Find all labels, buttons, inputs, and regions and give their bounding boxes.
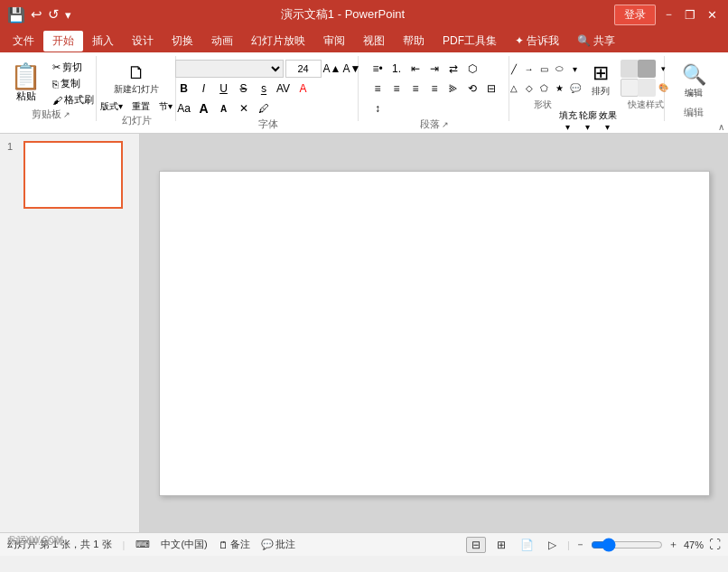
align-left-button[interactable]: ≡ — [369, 80, 387, 98]
underline-button[interactable]: U — [215, 80, 233, 98]
font-case-button[interactable]: Aa — [175, 99, 193, 117]
restore-button[interactable]: ❐ — [681, 5, 699, 23]
strikethrough-button[interactable]: S — [235, 80, 253, 98]
cut-button[interactable]: ✂剪切 — [49, 60, 98, 75]
font-size-a2-button[interactable]: A — [215, 99, 233, 117]
menu-view[interactable]: 视图 — [354, 31, 394, 52]
clipboard-group-label: 剪贴板 ↗ — [32, 108, 70, 123]
new-slide-button[interactable]: 🗋 新建幻灯片 — [110, 60, 163, 98]
save-icon[interactable]: 💾 — [7, 6, 25, 23]
style1[interactable] — [621, 60, 639, 78]
new-slide-icon: 🗋 — [127, 61, 145, 83]
style3[interactable] — [621, 79, 639, 97]
zoom-in-button[interactable]: ＋ — [668, 538, 678, 551]
font-color-button[interactable]: A — [294, 80, 313, 98]
italic-button[interactable]: I — [195, 80, 213, 98]
col-button[interactable]: ⫸ — [444, 80, 462, 98]
align-right-button[interactable]: ≡ — [406, 80, 425, 98]
menu-slideshow[interactable]: 幻灯片放映 — [242, 31, 314, 52]
clipboard-expand-icon[interactable]: ↗ — [63, 110, 70, 119]
zoom-out-button[interactable]: － — [575, 538, 585, 551]
shapes-grid: ╱ → ▭ ⬭ ▾ △ ◇ ⬠ ★ 💬 — [505, 60, 581, 97]
text-direction-button[interactable]: ⟲ — [463, 80, 481, 98]
char-spacing-button[interactable]: AV — [275, 80, 293, 98]
style2[interactable] — [638, 60, 656, 78]
reading-view-button[interactable]: 📄 — [517, 537, 537, 553]
slide-thumb-1[interactable] — [23, 141, 123, 209]
ribbon-group-clipboard: 📋 粘贴 ✂剪切 ⎘复制 🖌格式刷 剪贴板 ↗ — [7, 56, 97, 121]
shape-callout[interactable]: 💬 — [566, 79, 584, 97]
menu-transitions[interactable]: 切换 — [163, 31, 202, 52]
slide-thumbnail-1[interactable]: 1 — [7, 141, 132, 209]
comments-button[interactable]: 💬 批注 — [261, 538, 295, 551]
paste-button[interactable]: 📋 粘贴 — [5, 61, 47, 107]
arrange-button[interactable]: ⊞ 排列 — [584, 60, 617, 99]
close-button[interactable]: ✕ — [703, 5, 721, 23]
shape-outline-button[interactable]: 轮廓▾ — [579, 111, 597, 129]
font-family-select[interactable] — [175, 60, 284, 78]
redo-icon[interactable]: ↺ — [48, 6, 60, 23]
indent-decrease-button[interactable]: ⇤ — [406, 60, 425, 78]
menu-design[interactable]: 设计 — [123, 31, 163, 52]
indent-increase-button[interactable]: ⇥ — [425, 60, 443, 78]
slideshow-button[interactable]: ▷ — [542, 537, 562, 553]
ribbon-content: 📋 粘贴 ✂剪切 ⎘复制 🖌格式刷 剪贴板 ↗ 🗋 新建幻灯片 — [0, 52, 728, 133]
font-size-increase-button[interactable]: A▲ — [323, 60, 341, 78]
slide-canvas[interactable] — [159, 171, 710, 496]
align-text-button[interactable]: ⊟ — [482, 80, 500, 98]
menu-help[interactable]: 帮助 — [394, 31, 434, 52]
convert-to-smartart-button[interactable]: ⬡ — [463, 60, 481, 78]
clipboard-small-buttons: ✂剪切 ⎘复制 🖌格式刷 — [49, 60, 98, 108]
minimize-button[interactable]: － — [659, 5, 677, 23]
line-spacing-button[interactable]: ↕ — [369, 99, 387, 117]
bold-button[interactable]: B — [175, 80, 193, 98]
font-row3: Aa A A ✕ 🖊 — [175, 99, 361, 117]
login-button[interactable]: 登录 — [614, 5, 656, 25]
section-button[interactable]: 节▾ — [155, 99, 176, 114]
rtl-button[interactable]: ⇄ — [444, 60, 462, 78]
menu-tell-me[interactable]: ✦告诉我 — [506, 31, 568, 52]
shape-fill-button[interactable]: 填充▾ — [559, 111, 577, 129]
numbered-list-button[interactable]: 1. — [387, 60, 406, 78]
menu-home[interactable]: 开始 — [43, 31, 83, 52]
slide-sorter-button[interactable]: ⊞ — [491, 537, 511, 553]
para-expand-icon[interactable]: ↗ — [442, 120, 449, 129]
find-button[interactable]: 🔍 编辑 — [678, 56, 710, 101]
align-center-button[interactable]: ≡ — [387, 80, 406, 98]
para-row1: ≡• 1. ⇤ ⇥ ⇄ ⬡ — [369, 60, 500, 78]
menu-share[interactable]: 🔍共享 — [568, 31, 624, 52]
reset-button[interactable]: 重置 — [128, 99, 154, 114]
justify-button[interactable]: ≡ — [425, 80, 443, 98]
undo-icon[interactable]: ↩ — [31, 6, 42, 23]
fit-window-button[interactable]: ⛶ — [709, 538, 721, 551]
menu-file[interactable]: 文件 — [4, 31, 43, 52]
clear-format-button[interactable]: ✕ — [235, 99, 253, 117]
title-bar-right: 登录 － ❐ ✕ — [614, 5, 721, 25]
font-size-input[interactable] — [285, 60, 322, 78]
shadow-button[interactable]: s̲ — [255, 80, 273, 98]
shape-more[interactable]: ▾ — [566, 60, 584, 78]
highlight-button[interactable]: 🖊 — [255, 99, 273, 117]
copy-button[interactable]: ⎘复制 — [49, 76, 98, 91]
status-bar-left: 幻灯片 第 1 张，共 1 张 | ⌨ 中文(中国) 🗒 备注 💬 批注 RJZ… — [7, 538, 295, 551]
font-controls: A▲ A▼ B I U S s̲ AV A Aa A A ✕ 🖊 — [175, 56, 361, 117]
style4[interactable] — [638, 79, 656, 97]
format-painter-button[interactable]: 🖌格式刷 — [49, 92, 98, 108]
notes-button[interactable]: 🗒 备注 — [219, 538, 250, 551]
shape-effect-button[interactable]: 效果▾ — [599, 111, 617, 129]
cut-icon: ✂ — [52, 61, 61, 73]
keyboard-icon: ⌨ — [135, 539, 150, 549]
customize-icon[interactable]: ▾ — [65, 8, 71, 22]
zoom-slider[interactable] — [591, 538, 663, 552]
menu-animations[interactable]: 动画 — [202, 31, 242, 52]
layout-button[interactable]: 版式▾ — [97, 99, 126, 114]
menu-pdf[interactable]: PDF工具集 — [434, 31, 506, 52]
collapse-ribbon-button[interactable]: ∧ — [718, 122, 724, 132]
normal-view-button[interactable]: ⊟ — [466, 537, 486, 553]
menu-review[interactable]: 审阅 — [314, 31, 354, 52]
bullet-list-button[interactable]: ≡• — [369, 60, 387, 78]
font-size-a-button[interactable]: A — [195, 99, 213, 117]
menu-insert[interactable]: 插入 — [83, 31, 123, 52]
arrange-icon: ⊞ — [593, 61, 609, 85]
font-size-decrease-button[interactable]: A▼ — [343, 60, 361, 78]
